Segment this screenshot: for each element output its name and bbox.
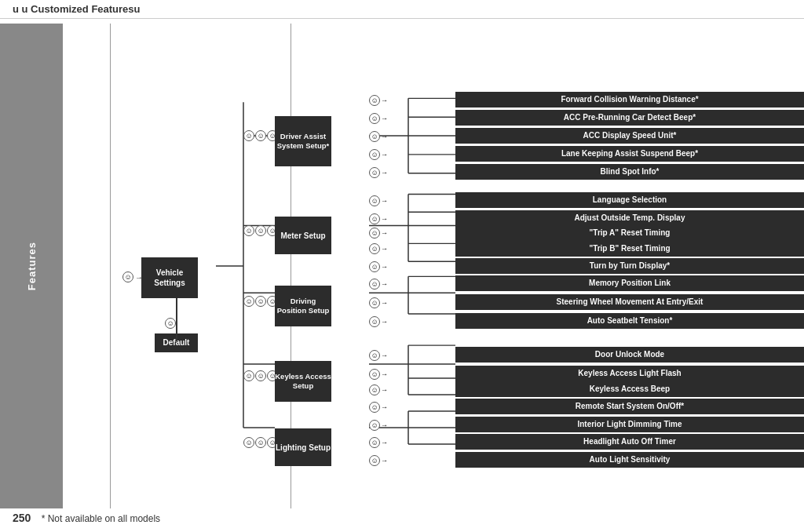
ls-icon-1: ☺ → [369, 420, 388, 431]
ka-icon-3: ☺ → [369, 384, 388, 395]
footer: 250 * Not available on all models [13, 512, 160, 524]
meter-setup-box: Meter Setup [275, 217, 331, 254]
ms-icon-5: ☺ → [369, 261, 388, 272]
driving-position-box: Driving Position Setup [275, 286, 331, 326]
ls-icon-3: ☺ → [369, 455, 388, 466]
smiley-icon: ☺ [122, 271, 133, 282]
dp-item-2: Steering Wheel Movement At Entry/Exit [455, 294, 804, 310]
dp-icon-3: ☺ → [369, 316, 388, 327]
da-item-5: Blind Spot Info* [455, 164, 804, 180]
sidebar-label: Features [26, 242, 38, 290]
diagram-area: Vehicle Settings ☺ → Default ☺ ☺ ☺ ☺ → D… [63, 24, 804, 508]
driver-assist-box: Driver Assist System Setup* [275, 116, 331, 166]
sidebar: Features [0, 24, 63, 508]
ka-item-2: Keyless Access Light Flash [455, 366, 804, 381]
keyless-access-box: Keyless Access Setup [275, 361, 331, 402]
ms-icon-1: ☺ → [369, 195, 388, 206]
default-vline [176, 298, 177, 341]
dp-icon-1: ☺ → [369, 279, 388, 290]
ms-item-3: "Trip A" Reset Timing [455, 225, 804, 241]
ms-icon-4: ☺ → [369, 243, 388, 254]
ls-item-2: Headlight Auto Off Timer [455, 434, 804, 450]
ms-item-5: Turn by Turn Display* [455, 258, 804, 274]
ka-icon-2: ☺ → [369, 369, 388, 380]
dp-icon-2: ☺ → [369, 297, 388, 308]
vehicle-settings-box: Vehicle Settings [141, 257, 198, 298]
dp-item-1: Memory Position Link [455, 275, 804, 291]
ls-item-1: Interior Light Dimming Time [455, 417, 804, 432]
da-icon-2: ☺ → [369, 113, 388, 124]
default-smiley-icon: ☺ [165, 318, 176, 329]
ka-icon-1: ☺ → [369, 350, 388, 361]
root-icon: ☺ → [122, 271, 143, 282]
page-header: u u Customized Featuresu [0, 0, 804, 19]
ka-item-1: Door Unlock Mode [455, 347, 804, 363]
ka-item-4: Remote Start System On/Off* [455, 399, 804, 414]
da-item-1: Forward Collision Warning Distance* [455, 92, 804, 107]
ms-item-2: Adjust Outside Temp. Display [455, 210, 804, 226]
ms-icon-3: ☺ → [369, 228, 388, 239]
da-item-3: ACC Display Speed Unit* [455, 128, 804, 144]
da-icon-3: ☺ → [369, 131, 388, 142]
ls-icon-2: ☺ → [369, 437, 388, 448]
header-prefix: u u [13, 3, 31, 15]
default-smiley: ☺ [165, 318, 176, 329]
da-icon-4: ☺ → [369, 149, 388, 160]
da-item-4: Lane Keeping Assist Suspend Beep* [455, 146, 804, 162]
da-item-2: ACC Pre-Running Car Detect Beep* [455, 110, 804, 126]
page-number: 250 [13, 512, 31, 524]
header-title: Customized Features [31, 3, 133, 15]
arrow-icon: → [135, 273, 143, 282]
ls-item-3: Auto Light Sensitivity [455, 452, 804, 468]
dp-item-3: Auto Seatbelt Tension* [455, 313, 804, 329]
ka-item-3: Keyless Access Beep [455, 381, 804, 397]
da-icon-5: ☺ → [369, 167, 388, 178]
da-icon-1: ☺ → [369, 95, 388, 106]
ms-item-4: "Trip B" Reset Timing [455, 241, 804, 257]
ms-item-1: Language Selection [455, 192, 804, 208]
footer-note: * Not available on all models [42, 513, 160, 524]
header-suffix: u [134, 3, 141, 15]
lighting-setup-box: Lighting Setup [275, 428, 331, 466]
ka-icon-4: ☺ → [369, 402, 388, 413]
ms-icon-2: ☺ → [369, 213, 388, 224]
